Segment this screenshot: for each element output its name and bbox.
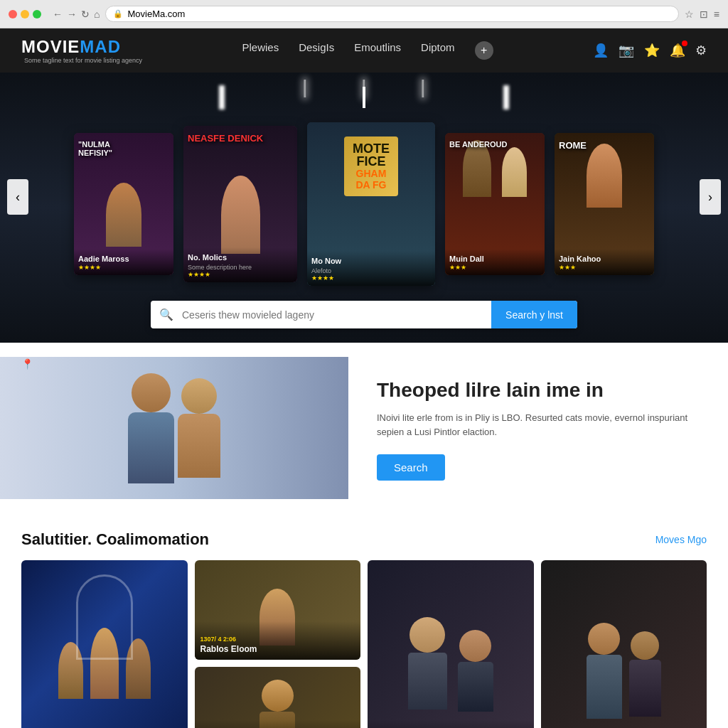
card-big-title: BE ANDEROUD [449, 140, 540, 149]
minimize-button[interactable] [21, 10, 29, 18]
notification-dot [682, 41, 687, 46]
user-icon[interactable]: 👤 [593, 43, 609, 58]
card-title: Jain Kahoo [559, 255, 650, 264]
logo-sub: Some tagline text for movie listing agen… [24, 57, 142, 64]
window-icon[interactable]: ⊡ [700, 9, 708, 20]
maximize-button[interactable] [33, 10, 41, 18]
header-actions: 👤 📷 ⭐ 🔔 ⚙ [593, 43, 707, 58]
grid-card-2[interactable]: 1307/ 4 2:06 Rablos Eloom [195, 560, 361, 660]
main-nav: Plewies DesigIs Emoutlins Diptom + [242, 41, 493, 60]
card-stars: ★★★★ [188, 271, 293, 278]
card-title-overlay: BE ANDEROUD [449, 140, 540, 149]
feature-scene [0, 357, 348, 499]
carousel-card-5[interactable]: ROME Jain Kahoo ★★★ [555, 133, 654, 275]
card-title: Rablos Eloom [200, 644, 355, 654]
hero-search-button[interactable]: Search y lnst [491, 301, 577, 328]
hero-search-bar: 🔍 Search y lnst [151, 301, 577, 328]
card-info: Mo Now Alefoto ★★★★ [307, 251, 435, 286]
movie-grid: PAULA G 259 Supping Florial Coarloger 13… [21, 560, 707, 728]
card-title: Aadie Maross [78, 255, 169, 264]
close-button[interactable] [9, 10, 17, 18]
instagram-icon[interactable]: 📷 [619, 43, 634, 58]
card-title-overlay: "NULMANEFISIY" [78, 140, 169, 157]
feature-content: 📍 Theoped lilre lain ime in INoivi lite … [348, 357, 728, 502]
carousel-prev-button[interactable]: ‹ [7, 179, 28, 215]
settings-icon[interactable]: ⚙ [695, 43, 707, 58]
card-info: No. Molics Some description here ★★★★ [183, 247, 297, 282]
traffic-lights [9, 10, 41, 18]
card-title-overlay: NEASFE DENICK [188, 133, 293, 144]
nav-item-plewies[interactable]: Plewies [242, 41, 279, 60]
card-overlay: 1307/ 2:30 Coas to the Stark Now [368, 720, 534, 728]
card-sub: Alefoto [311, 267, 431, 274]
section-more-link[interactable]: Moves Mgo [655, 534, 707, 545]
bookmark-icon[interactable]: ☆ [685, 9, 694, 20]
card-stars: ★★★★ [78, 264, 169, 271]
forward-icon[interactable]: → [67, 9, 77, 20]
carousel-card-4[interactable]: BE ANDEROUD Muin Dall ★★★ [445, 133, 545, 275]
nav-item-diptom[interactable]: Diptom [421, 41, 455, 60]
feature-description: INoivi lite erle from is in Pliy is LBO.… [377, 411, 700, 441]
carousel-card-3[interactable]: MOTEFICE GHAMDA FG Mo Now Alefoto ★★★★ [307, 122, 435, 286]
url-text: MovieMa.com [127, 9, 185, 19]
card-info: Jain Kahoo ★★★ [555, 249, 654, 275]
grid-card-5[interactable]: 1307/ 2:04 Halornar Moles Elgtics [195, 667, 361, 728]
logo: MOVIEMAD Some tagline text for movie lis… [21, 37, 142, 64]
menu-icon[interactable]: ≡ [714, 9, 719, 20]
carousel-items: "NULMANEFISIY" Aadie Maross ★★★★ NEASFE … [0, 133, 728, 286]
card-big-title: "NULMANEFISIY" [78, 140, 169, 157]
grid-card-3[interactable]: 1307/ 2:30 Coas to the Stark Now [368, 560, 534, 728]
grid-card-1[interactable]: PAULA G 259 Supping Florial Coarloger [21, 560, 188, 728]
back-icon[interactable]: ← [53, 9, 63, 20]
carousel-card-2[interactable]: NEASFE DENICK No. Molics Some descriptio… [183, 126, 297, 282]
search-icon: 🔍 [151, 301, 182, 328]
card-overlay: 1307/ 4 2:06 Rablos Eloom [195, 621, 361, 660]
nav-item-emoutlins[interactable]: Emoutlins [354, 41, 401, 60]
pin-icon: 📍 [21, 358, 33, 370]
logo-movie: MOVIE [21, 37, 80, 56]
browser-actions: ☆ ⊡ ≡ [685, 9, 719, 20]
card-big-title: ROME [559, 140, 650, 151]
card-stars: ★★★★ [311, 274, 431, 282]
feature-title: Theoped lilre lain ime in [377, 378, 700, 402]
feature-section: 📍 Theoped lilre lain ime in INoivi lite … [0, 357, 728, 502]
nav-plus-button[interactable]: + [475, 41, 493, 60]
carousel-card-1[interactable]: "NULMANEFISIY" Aadie Maross ★★★★ [74, 133, 173, 275]
card-stars: ★★★ [559, 264, 650, 271]
section-title: Salutitier. Coalimomation [21, 530, 209, 549]
notification-bell[interactable]: 🔔 [670, 43, 685, 58]
card-info: Muin Dall ★★★ [445, 249, 545, 275]
carousel-next-button[interactable]: › [700, 179, 721, 215]
movies-section: Salutitier. Coalimomation Moves Mgo PAUL… [0, 516, 728, 728]
card-big-title: NEASFE DENICK [188, 133, 293, 144]
site-header: MOVIEMAD Some tagline text for movie lis… [0, 28, 728, 73]
feature-search-button[interactable]: Search [377, 454, 445, 481]
card-title: Muin Dall [449, 255, 540, 264]
card-title: No. Molics [188, 253, 293, 262]
browser-chrome: ← → ↻ ⌂ 🔒 MovieMa.com ☆ ⊡ ≡ [0, 0, 728, 28]
card-sub: Some description here [188, 264, 293, 271]
site: MOVIEMAD Some tagline text for movie lis… [0, 28, 728, 728]
address-bar[interactable]: 🔒 MovieMa.com [105, 6, 678, 22]
card-info: Aadie Maross ★★★★ [74, 249, 173, 275]
card-title: Mo Now [311, 257, 431, 266]
grid-card-4[interactable]: 18000 Reppoder [541, 560, 707, 728]
lock-icon: 🔒 [113, 9, 123, 18]
section-header: Salutitier. Coalimomation Moves Mgo [21, 530, 707, 549]
nav-item-desigis[interactable]: DesigIs [299, 41, 334, 60]
card-overlay: 1307/ 2:04 Halornar Moles Elgtics [195, 720, 361, 728]
star-icon[interactable]: ⭐ [644, 43, 660, 58]
hero-carousel: ‹ "NULMANEFISIY" Aadie Maross ★★★★ [0, 73, 728, 343]
card-label: 1307/ 4 2:06 [200, 636, 355, 643]
home-icon[interactable]: ⌂ [94, 9, 100, 20]
logo-mad: MAD [80, 37, 121, 56]
feature-image [0, 357, 348, 499]
card-title-overlay: ROME [559, 140, 650, 151]
ceiling-lights [304, 80, 424, 97]
card-stars: ★★★ [449, 264, 540, 271]
refresh-icon[interactable]: ↻ [81, 9, 90, 20]
browser-nav: ← → ↻ ⌂ [53, 9, 100, 20]
hero-search-input[interactable] [182, 301, 491, 328]
